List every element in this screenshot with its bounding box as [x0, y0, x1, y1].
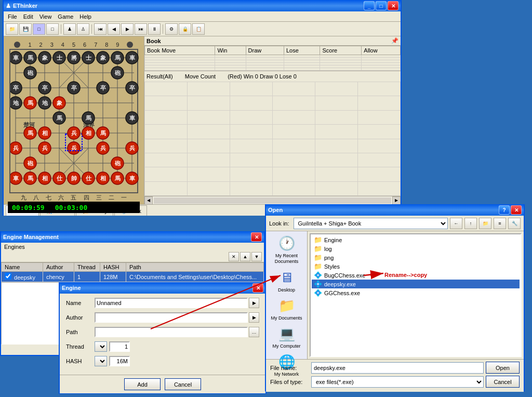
- engine-mgmt-title-bar: Engine Management ✕: [1, 231, 264, 243]
- thread-dropdown[interactable]: [95, 341, 107, 352]
- toolbar-btn-10[interactable]: ⏭: [135, 23, 147, 35]
- engine-path: C:\Documents and Settings\user\Desktop\C…: [126, 272, 264, 282]
- file-name-input[interactable]: [311, 362, 484, 374]
- menu-game[interactable]: Game: [55, 12, 76, 21]
- nav-tools[interactable]: 🔧: [508, 218, 521, 229]
- hash-input[interactable]: [109, 356, 130, 366]
- name-input[interactable]: [95, 298, 248, 308]
- toolbar-btn-8[interactable]: ◀: [108, 23, 120, 35]
- toolbar-btn-5[interactable]: ♟: [63, 23, 76, 35]
- engine-panel-btn-delete[interactable]: ✕: [229, 252, 239, 261]
- svg-text:相: 相: [42, 175, 48, 181]
- sidebar-desktop[interactable]: 🖥 Desktop: [269, 268, 305, 295]
- engine-panel-btn-down[interactable]: ▼: [251, 252, 262, 261]
- open-dialog-title: Open: [268, 207, 283, 213]
- author-btn[interactable]: ▶: [249, 312, 259, 323]
- minimize-button[interactable]: _: [364, 1, 375, 10]
- menu-edit[interactable]: Edit: [20, 12, 36, 21]
- menu-file[interactable]: File: [5, 12, 20, 21]
- svg-text:地: 地: [42, 100, 48, 106]
- sidebar-recent-docs[interactable]: 🕐 My Recent Documents: [269, 233, 305, 267]
- add-button[interactable]: Add: [124, 378, 161, 390]
- thread-input[interactable]: [109, 341, 130, 352]
- close-button[interactable]: ✕: [388, 1, 398, 10]
- open-dialog-help[interactable]: ?: [499, 205, 510, 215]
- hash-dropdown[interactable]: [95, 356, 107, 366]
- maximize-button[interactable]: □: [376, 1, 387, 10]
- toolbar-btn-3[interactable]: □: [33, 23, 45, 35]
- toolbar-btn-11[interactable]: ⏸: [148, 23, 161, 35]
- svg-text:馬: 馬: [27, 175, 33, 181]
- engine-row-1[interactable]: deepsky chency 1 128M C:\Documents and S…: [2, 272, 264, 282]
- chess-board[interactable]: 楚河 漢界 車 馬 象 士 將 士: [9, 49, 138, 193]
- scroll-left[interactable]: ◀: [144, 196, 153, 205]
- right-indicator: [127, 42, 133, 48]
- col-draw: Draw: [246, 46, 284, 55]
- menu-help[interactable]: Help: [76, 12, 95, 21]
- engine-dialog-close[interactable]: ✕: [252, 283, 263, 293]
- toolbar-btn-7[interactable]: ⏮: [94, 23, 107, 35]
- toolbar-btn-13[interactable]: 🔒: [179, 23, 191, 35]
- toolbar-btn-6[interactable]: ♙: [77, 23, 89, 35]
- file-name-label: File name:: [270, 365, 309, 371]
- book-row-empty-6: [145, 153, 401, 167]
- folder-icon: 📁: [314, 262, 322, 270]
- open-dialog-body: 🕐 My Recent Documents 🖥 Desktop 📁 My Doc…: [266, 231, 524, 359]
- file-png[interactable]: 📁 png: [312, 253, 520, 262]
- file-log[interactable]: 📁 log: [312, 244, 520, 253]
- look-in-dropdown[interactable]: GuiIntella + Shiga+ Book: [294, 218, 448, 229]
- file-engine[interactable]: 📁 Engine: [312, 235, 520, 244]
- engine-checkbox[interactable]: [5, 273, 11, 280]
- engine-dialog: Engine ✕ Name ▶ Author ▶ Path … Thread H…: [59, 282, 267, 394]
- cancel-button[interactable]: Cancel: [165, 378, 201, 390]
- open-dialog-close[interactable]: ✕: [511, 205, 522, 215]
- file-deepsky[interactable]: 💠 deepsky.exe: [312, 280, 520, 288]
- svg-text:仕: 仕: [56, 175, 63, 181]
- open-file-button[interactable]: Open: [486, 362, 520, 374]
- nav-up[interactable]: ↑: [464, 218, 477, 229]
- file-type-dropdown[interactable]: exe files(*.exe): [311, 376, 484, 388]
- open-dialog-controls: ? ✕: [499, 205, 522, 215]
- toolbar-btn-2[interactable]: 💾: [19, 23, 32, 35]
- result-label: Result(All): [147, 73, 173, 80]
- name-btn[interactable]: ▶: [249, 298, 259, 308]
- footer-row-filename: File name: Open: [270, 362, 520, 374]
- sidebar-computer[interactable]: 💻 My Computer: [269, 324, 305, 351]
- engine-mgmt-close[interactable]: ✕: [251, 232, 262, 242]
- book-row-empty-5: [145, 139, 401, 153]
- open-dialog: Open ? ✕ Look in: GuiIntella + Shiga+ Bo…: [265, 204, 525, 391]
- engine-panel-btn-up[interactable]: ▲: [240, 252, 250, 261]
- svg-text:車: 車: [13, 55, 19, 61]
- col-score: Score: [320, 46, 362, 55]
- svg-text:卒: 卒: [42, 85, 48, 91]
- toolbar-btn-14[interactable]: 📋: [192, 23, 205, 35]
- toolbar-btn-9[interactable]: ▶: [121, 23, 134, 35]
- author-input[interactable]: [95, 312, 248, 323]
- col-book-move: Book Move: [145, 46, 215, 55]
- scroll-right[interactable]: ▶: [392, 196, 401, 205]
- path-btn[interactable]: …: [249, 327, 259, 337]
- sidebar-documents[interactable]: 📁 My Documents: [269, 296, 305, 323]
- nav-view[interactable]: ≡: [494, 218, 506, 229]
- toolbar-btn-1[interactable]: 📁: [6, 23, 18, 35]
- path-input[interactable]: [95, 327, 248, 337]
- svg-text:象: 象: [57, 100, 63, 106]
- col-allow: Allow: [362, 46, 401, 55]
- toolbar-btn-4[interactable]: □: [46, 23, 59, 35]
- main-toolbar: 📁 💾 □ □ ♟ ♙ ⏮ ◀ ▶ ⏭ ⏸ ⚙ 🔒 📋: [4, 22, 401, 36]
- book-table: Book Move Win Draw Lose Score Allow: [144, 46, 401, 71]
- scroll-track[interactable]: [154, 197, 391, 204]
- engine-dialog-content: Name ▶ Author ▶ Path … Thread HASH: [60, 294, 265, 375]
- open-dialog-toolbar: Look in: GuiIntella + Shiga+ Book ← ↑ 📁 …: [266, 216, 524, 231]
- nav-back[interactable]: ←: [450, 218, 462, 229]
- file-ggchess[interactable]: 💠 GGChess.exe: [312, 288, 520, 297]
- toolbar-sep-1: [61, 24, 61, 34]
- nav-new-folder[interactable]: 📁: [479, 218, 491, 229]
- engines-label: Engines: [1, 243, 264, 251]
- cancel-file-button[interactable]: Cancel: [486, 376, 520, 388]
- col-lose: Lose: [284, 46, 320, 55]
- book-pin[interactable]: 📌: [391, 37, 398, 44]
- toolbar-btn-12[interactable]: ⚙: [165, 23, 178, 35]
- menu-view[interactable]: View: [36, 12, 55, 21]
- open-sidebar: 🕐 My Recent Documents 🖥 Desktop 📁 My Doc…: [266, 231, 308, 359]
